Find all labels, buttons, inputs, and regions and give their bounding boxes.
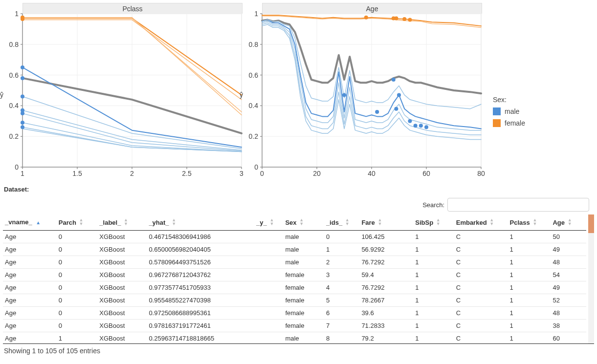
- svg-text:0.4: 0.4: [249, 102, 259, 109]
- column-header-Embarked[interactable]: Embarked ▲▼: [454, 214, 508, 231]
- column-header-yhat[interactable]: _yhat_ ▲▼: [147, 214, 254, 231]
- column-header-vname[interactable]: _vname_ ▲: [3, 214, 57, 231]
- cell: 49: [551, 281, 586, 294]
- svg-text:1: 1: [15, 10, 19, 18]
- cell: [254, 307, 283, 320]
- column-header-Age[interactable]: Age ▲▼: [551, 214, 586, 231]
- table-row[interactable]: Age0XGBoost0.6500056982040405male156.929…: [3, 243, 586, 256]
- svg-text:0.6: 0.6: [9, 71, 19, 79]
- cell: 1: [324, 243, 360, 256]
- cell: XGBoost: [97, 231, 147, 243]
- cell: 0.9554855227470398: [147, 294, 254, 307]
- column-header-Pclass[interactable]: Pclass ▲▼: [508, 214, 551, 231]
- table-scrollbar-thumb[interactable]: [588, 214, 594, 233]
- column-header-Sex[interactable]: Sex ▲▼: [283, 214, 324, 231]
- cell: XGBoost: [97, 320, 147, 332]
- cell: 0.5780964493751526: [147, 256, 254, 269]
- svg-point-89: [392, 78, 396, 82]
- legend-label: male: [505, 107, 519, 115]
- cell: C: [454, 320, 508, 332]
- table-scrollbar[interactable]: [588, 214, 594, 343]
- cell: 1: [413, 332, 454, 344]
- cell: 0: [57, 243, 97, 256]
- table-row[interactable]: Age0XGBoost0.9773577451705933female476.7…: [3, 281, 586, 294]
- svg-text:0: 0: [15, 163, 19, 171]
- cell: Age: [3, 332, 57, 344]
- cell: XGBoost: [97, 243, 147, 256]
- search-input[interactable]: [447, 198, 589, 212]
- svg-point-87: [342, 93, 346, 97]
- cell: 0: [57, 320, 97, 332]
- svg-point-39: [21, 65, 24, 69]
- table-info-text: Showing 1 to 105 of 105 entries: [3, 344, 594, 355]
- legend-label: female: [505, 119, 525, 127]
- column-header-Parch[interactable]: Parch ▲▼: [57, 214, 97, 231]
- table-row[interactable]: Age0XGBoost0.9554855227470398female578.2…: [3, 294, 586, 307]
- sort-both-icon: ▲▼: [79, 218, 83, 226]
- cell: Age: [3, 256, 57, 269]
- svg-text:2: 2: [130, 170, 134, 177]
- svg-text:0.2: 0.2: [9, 132, 19, 140]
- sort-both-icon: ▲▼: [436, 218, 440, 226]
- svg-point-84: [394, 16, 398, 20]
- column-header-label[interactable]: _label_ ▲▼: [97, 214, 147, 231]
- legend-item-female[interactable]: female: [493, 119, 525, 127]
- table-row[interactable]: Age1XGBoost0.25963714718818665male879.21…: [3, 332, 586, 344]
- sort-both-icon: ▲▼: [172, 218, 176, 226]
- sort-both-icon: ▲▼: [124, 218, 128, 226]
- svg-text:1: 1: [21, 170, 24, 177]
- svg-text:40: 40: [368, 170, 376, 177]
- cell: male: [283, 231, 324, 243]
- svg-point-41: [21, 95, 24, 99]
- svg-point-88: [375, 110, 379, 114]
- dataset-label: Dataset:: [4, 186, 594, 193]
- cell: 0.9773577451705933: [147, 281, 254, 294]
- cell: 1: [413, 243, 454, 256]
- column-header-ids[interactable]: _ids_ ▲▼: [324, 214, 360, 231]
- svg-text:0.6: 0.6: [249, 71, 259, 79]
- cell: 79.2: [359, 332, 413, 344]
- cell: 60: [551, 332, 586, 344]
- cell: 1: [508, 307, 551, 320]
- svg-point-93: [414, 124, 418, 128]
- table-row[interactable]: Age0XGBoost0.4671548306941986male0106.42…: [3, 231, 586, 243]
- cell: 48: [551, 256, 586, 269]
- legend-item-male[interactable]: male: [493, 107, 525, 115]
- sort-both-icon: ▲▼: [377, 218, 381, 226]
- cell: 2: [324, 256, 360, 269]
- chart-svg: 00.20.40.60.81020406080: [243, 3, 482, 179]
- cell: 106.425: [359, 231, 413, 243]
- cell: 3: [324, 269, 360, 281]
- cell: C: [454, 294, 508, 307]
- cell: 0: [57, 294, 97, 307]
- cell: Age: [3, 243, 57, 256]
- cell: XGBoost: [97, 294, 147, 307]
- cell: Age: [3, 231, 57, 243]
- svg-point-85: [402, 17, 406, 21]
- sort-both-icon: ▲▼: [532, 218, 536, 226]
- svg-text:0.8: 0.8: [249, 41, 259, 48]
- svg-point-82: [364, 16, 368, 20]
- cell: 0: [57, 281, 97, 294]
- cell: 52: [551, 294, 586, 307]
- table-row[interactable]: Age0XGBoost0.9781637191772461female771.2…: [3, 320, 586, 332]
- table-row[interactable]: Age0XGBoost0.9672768712043762female359.4…: [3, 269, 586, 281]
- svg-text:1: 1: [254, 10, 258, 18]
- cell: XGBoost: [97, 307, 147, 320]
- table-row[interactable]: Age0XGBoost0.5780964493751526male276.729…: [3, 256, 586, 269]
- cell: 1: [413, 269, 454, 281]
- cell: 0.9672768712043762: [147, 269, 254, 281]
- svg-text:0: 0: [254, 163, 258, 171]
- column-header-Fare[interactable]: Fare ▲▼: [359, 214, 413, 231]
- column-header-y[interactable]: _y_ ▲▼: [254, 214, 283, 231]
- cell: 56.9292: [359, 243, 413, 256]
- cell: 0: [324, 231, 360, 243]
- cell: 38: [551, 320, 586, 332]
- column-header-SibSp[interactable]: SibSp ▲▼: [413, 214, 454, 231]
- cell: [254, 332, 283, 344]
- y-axis-label: ŷ: [240, 91, 243, 99]
- cell: XGBoost: [97, 269, 147, 281]
- cell: 0.25963714718818665: [147, 332, 254, 344]
- table-row[interactable]: Age0XGBoost0.9725086688995361female639.6…: [3, 307, 586, 320]
- search-row: Search:: [3, 196, 594, 214]
